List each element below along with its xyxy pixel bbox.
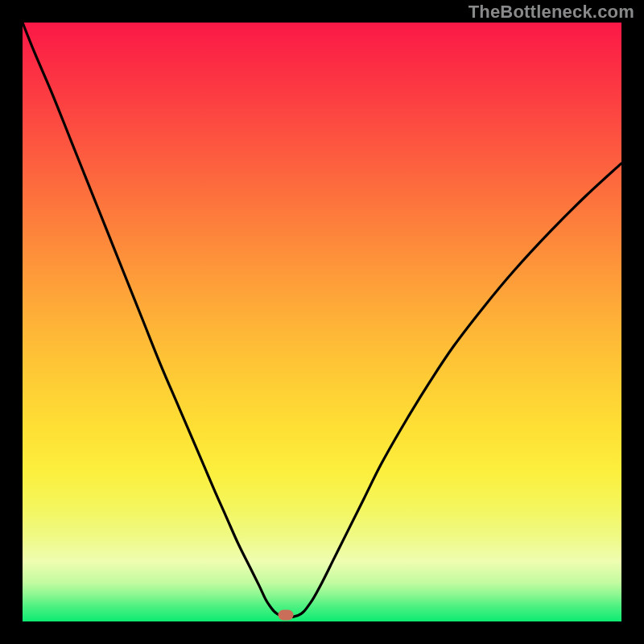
plot-area	[23, 23, 621, 621]
bottleneck-curve	[23, 23, 621, 621]
optimal-point-marker	[279, 609, 294, 620]
chart-frame: TheBottleneck.com	[0, 0, 644, 644]
watermark: TheBottleneck.com	[469, 2, 634, 23]
